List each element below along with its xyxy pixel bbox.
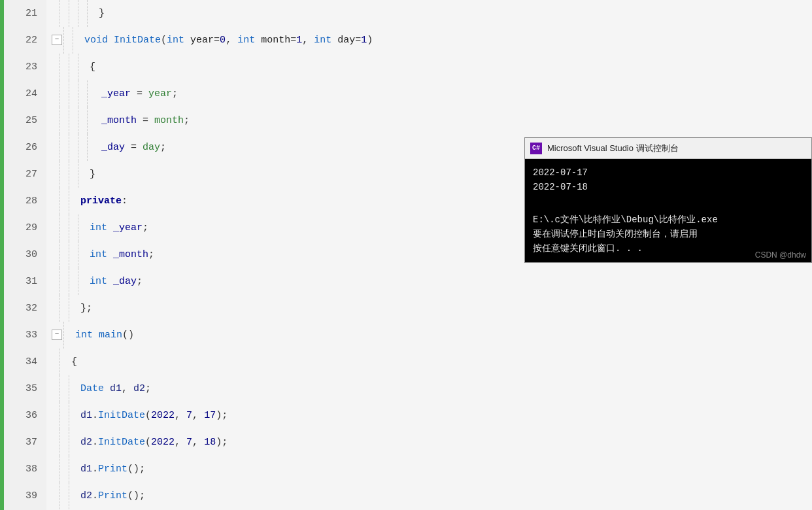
console-app-icon: C# [530, 143, 542, 154]
code-line-37: d2 . InitDate ( 2022 , 7 , 18 ); [46, 429, 812, 456]
code-line-25: _month = month ; [46, 107, 812, 134]
line21-content: } [99, 0, 105, 27]
code-line-38: d1 . Print (); [46, 456, 812, 483]
console-output-line-1: 2022-07-17 [533, 165, 804, 180]
code-line-31: int _day ; [46, 268, 812, 295]
fold-icon-22[interactable]: − [52, 35, 62, 45]
console-output-line-3 [533, 194, 804, 209]
line-num-39: 39 [4, 483, 41, 509]
line-num-24: 24 [4, 80, 41, 107]
line-num-34: 34 [4, 348, 41, 375]
line-num-31: 31 [4, 268, 41, 295]
line-numbers-panel: 21 22 23 24 25 26 27 28 29 30 31 32 33 3… [4, 0, 46, 510]
line-num-29: 29 [4, 214, 41, 241]
line-num-36: 36 [4, 402, 41, 429]
line23-content: { [90, 54, 95, 80]
code-line-36: d1 . InitDate ( 2022 , 7 , 17 ); [46, 402, 812, 429]
line-num-37: 37 [4, 429, 41, 456]
console-window[interactable]: C# Microsoft Visual Studio 调试控制台 2022-07… [524, 137, 812, 263]
code-line-34: { [46, 348, 812, 375]
line-num-26: 26 [4, 134, 41, 161]
console-output-line-5: 要在调试停止时自动关闭控制台，请启用 [533, 227, 804, 241]
code-line-21: } [46, 0, 812, 27]
line-num-33: 33 [4, 322, 41, 348]
console-body: 2022-07-17 2022-07-18 E:\.c文件\比特作业\Debug… [525, 159, 811, 262]
line-num-25: 25 [4, 107, 41, 134]
code-line-35: Date d1 , d2 ; [46, 375, 812, 402]
line-num-23: 23 [4, 54, 41, 80]
line-num-21: 21 [4, 0, 41, 27]
line-num-35: 35 [4, 375, 41, 402]
code-line-22: − void InitDate ( int year = 0 , int mon… [46, 27, 812, 54]
code-line-23: { [46, 54, 812, 80]
line-num-38: 38 [4, 456, 41, 483]
code-line-39: d2 . Print (); [46, 483, 812, 509]
editor-area: 21 22 23 24 25 26 27 28 29 30 31 32 33 3… [0, 0, 812, 510]
fold-icon-33[interactable]: − [52, 330, 62, 340]
line-num-22: 22 [4, 27, 41, 54]
line-num-28: 28 [4, 188, 41, 214]
code-editor[interactable]: } − void InitDate ( int year = 0 , int m… [46, 0, 812, 510]
line-num-32: 32 [4, 295, 41, 322]
code-line-33: − int main () [46, 322, 812, 348]
console-titlebar: C# Microsoft Visual Studio 调试控制台 [525, 138, 811, 159]
code-line-32: }; [46, 295, 812, 322]
csdn-watermark: CSDN @dhdw [755, 250, 806, 260]
code-line-24: _year = year ; [46, 80, 812, 107]
line-num-30: 30 [4, 241, 41, 268]
line-num-27: 27 [4, 161, 41, 188]
console-title: Microsoft Visual Studio 调试控制台 [547, 143, 679, 154]
console-output-line-4: E:\.c文件\比特作业\Debug\比特作业.exe [533, 212, 804, 227]
console-output-line-2: 2022-07-18 [533, 180, 804, 194]
